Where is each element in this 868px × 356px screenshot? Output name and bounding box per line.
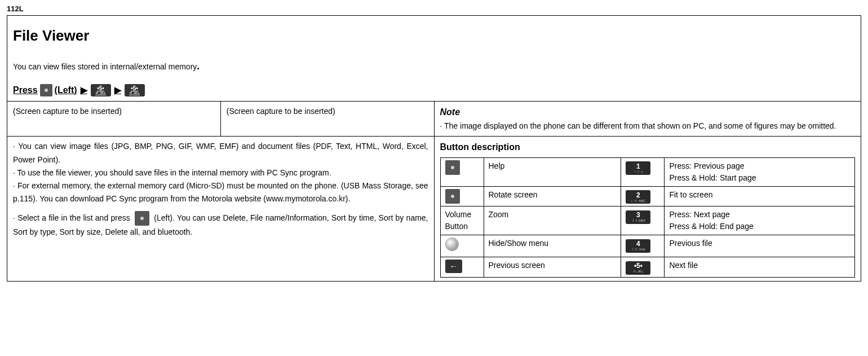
note-cell: Note · The image displayed on the phone … <box>434 101 861 136</box>
icon-cell <box>440 157 484 186</box>
table-row: Hide/Show menu 4ㄷㅌ GHI Previous file <box>440 235 855 257</box>
soft-key-icon <box>445 160 460 175</box>
label-cell: Fit to screen <box>665 186 855 206</box>
arrow-icon: ▶ <box>113 83 122 98</box>
header-cell: File Viewer You can view files stored in… <box>7 16 861 102</box>
button-description-cell: Button description Help 1ㄱㅋ ㅇ Press: Pre… <box>434 137 861 281</box>
arrow-icon: ▶ <box>79 83 88 98</box>
label-cell: Press: Previous page Press & Hold: Start… <box>665 157 855 186</box>
icon-cell <box>440 186 484 206</box>
desc-p2: · To use the file viewer, you should sav… <box>13 166 428 179</box>
icon-cell: 3ㅓㅕ DEF <box>621 206 665 235</box>
key-5-icon: •5•ㄹ JKL <box>125 84 145 96</box>
desc-p4: · Select a file in the list and press (L… <box>13 211 428 239</box>
key-4-icon: 4ㄷㅌ GHI <box>626 239 650 253</box>
icon-cell: Volume Button <box>440 206 484 235</box>
table-row: Help 1ㄱㅋ ㅇ Press: Previous page Press & … <box>440 157 855 186</box>
press-label: Press <box>13 83 38 98</box>
period: . <box>197 60 200 72</box>
soft-key-icon <box>40 84 52 96</box>
button-description-title: Button description <box>440 140 856 155</box>
screenshot-placeholder-1: (Screen capture to be inserted) <box>7 101 221 136</box>
label-cell: Previous file <box>665 235 855 257</box>
icon-cell: 1ㄱㅋ ㅇ <box>621 157 665 186</box>
desc-p4a: · Select a file in the list and press <box>13 213 130 222</box>
button-table: Help 1ㄱㅋ ㅇ Press: Previous page Press & … <box>440 157 856 278</box>
soft-key-icon <box>445 189 460 204</box>
intro-line: You can view files stored in internal/ex… <box>13 58 855 75</box>
table-row: ← Previous screen •5•ㄹ JKL Next file <box>440 257 855 278</box>
key-3-icon: 3ㅓㅕ DEF <box>626 210 650 224</box>
description-cell: · You can view image files (JPG, BMP, PN… <box>7 137 435 281</box>
desc-p3: · For external memory, the external memo… <box>13 179 428 205</box>
icon-cell: 2ㄴㅁ ABC <box>621 186 665 206</box>
intro-text: You can view files stored in internal/ex… <box>13 62 197 71</box>
label-cell: Press: Next page Press & Hold: End page <box>665 206 855 235</box>
icon-cell: •5•ㄹ JKL <box>621 257 665 278</box>
press-left: (Left) <box>55 83 77 98</box>
screenshot-placeholder-2: (Screen capture to be inserted) <box>220 101 434 136</box>
main-table: File Viewer You can view files stored in… <box>7 15 861 282</box>
label-cell: Rotate screen <box>484 186 621 206</box>
label-cell: Zoom <box>484 206 621 235</box>
icon-cell <box>440 235 484 257</box>
press-sequence: Press (Left) ▶ •5•ㄹ JKL ▶ •5•ㄹ JKL <box>13 83 855 98</box>
table-row: Rotate screen 2ㄴㅁ ABC Fit to screen <box>440 186 855 206</box>
key-5-icon: •5•ㄹ JKL <box>626 261 650 275</box>
page-number: 112L <box>7 5 861 13</box>
label-cell: Next file <box>665 257 855 278</box>
label-cell: Help <box>484 157 621 186</box>
icon-cell: 4ㄷㅌ GHI <box>621 235 665 257</box>
back-icon: ← <box>445 260 462 273</box>
page-title: File Viewer <box>13 24 855 48</box>
desc-p1: · You can view image files (JPG, BMP, PN… <box>13 140 428 166</box>
table-row: Volume Button Zoom 3ㅓㅕ DEF Press: Next p… <box>440 206 855 235</box>
center-button-icon <box>445 238 459 251</box>
soft-key-icon <box>135 211 149 226</box>
note-title: Note <box>440 105 856 120</box>
label-cell: Previous screen <box>484 257 621 278</box>
key-1-icon: 1ㄱㅋ ㅇ <box>626 161 650 175</box>
key-5-icon: •5•ㄹ JKL <box>91 84 111 96</box>
key-2-icon: 2ㄴㅁ ABC <box>626 190 650 204</box>
icon-cell: ← <box>440 257 484 278</box>
note-body: · The image displayed on the phone can b… <box>440 120 856 133</box>
label-cell: Hide/Show menu <box>484 235 621 257</box>
